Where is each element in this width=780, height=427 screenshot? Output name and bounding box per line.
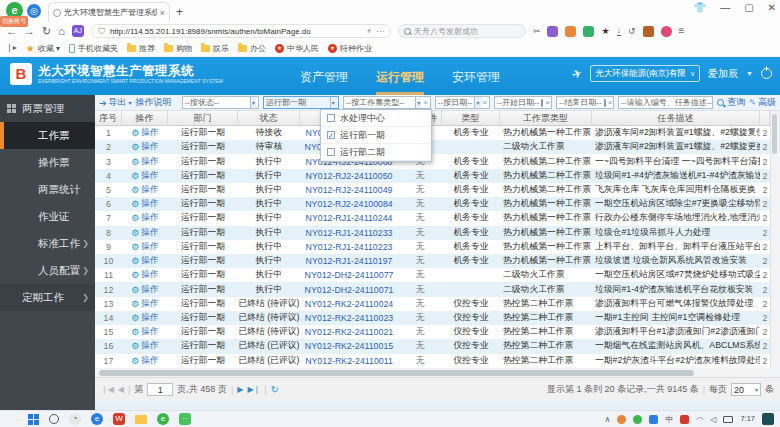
- dept-filter-select[interactable]: 运行部一期▾: [263, 96, 339, 109]
- bookmark-item[interactable]: ★中华人民: [275, 43, 319, 54]
- first-page-icon[interactable]: ❘◀: [101, 385, 114, 394]
- table-row[interactable]: 11⚙操作运行部一期执行中NY012-DH2-24110077无二级动火工作票一…: [95, 268, 770, 282]
- ticket-type-filter-select[interactable]: --按工作票类型--▾×: [343, 96, 431, 109]
- operate-cell[interactable]: ⚙操作: [122, 354, 168, 368]
- nav-tab-安环管理[interactable]: 安环管理: [452, 69, 500, 95]
- operate-link[interactable]: 操作: [141, 127, 159, 139]
- calendar-icon[interactable]: [604, 99, 606, 107]
- browser-search-box[interactable]: 天舟八号发射成功: [398, 24, 526, 38]
- operate-link[interactable]: 操作: [141, 312, 159, 324]
- maximize-button[interactable]: ▢: [744, 2, 753, 13]
- operate-link[interactable]: 操作: [141, 227, 159, 239]
- company-select[interactable]: 光大环保能源(南京)有限 ∨: [590, 65, 700, 82]
- operate-cell[interactable]: ⚙操作: [122, 282, 168, 296]
- clear-icon[interactable]: ×: [423, 98, 428, 107]
- horizontal-scrollbar[interactable]: [95, 368, 770, 377]
- column-header[interactable]: 部门: [168, 111, 238, 125]
- operate-link[interactable]: 操作: [141, 241, 159, 253]
- table-row[interactable]: 7⚙操作运行部一期执行中NY012-RJ1-24110244无机务专业热力机械第…: [95, 211, 770, 225]
- column-header[interactable]: 工作票类型: [500, 111, 592, 125]
- ticket-code-link[interactable]: NY012-RK2-24110021: [300, 325, 398, 339]
- export-button[interactable]: ➔ 导出 ▾: [99, 96, 132, 109]
- ext-purple-icon[interactable]: [547, 26, 558, 37]
- table-row[interactable]: 2⚙操作运行部一期待审核NY012-DH2-24110076无二级动火工作票渗沥…: [95, 140, 770, 154]
- last-page-icon[interactable]: ▶❘: [247, 385, 260, 394]
- table-row[interactable]: 17⚙操作运行部一期已终结 (已评议)NY012-RK2-24110011无仪控…: [95, 354, 770, 368]
- ticket-code-link[interactable]: NY012-RJ2-24100084: [300, 197, 398, 211]
- operate-link[interactable]: 操作: [141, 284, 159, 296]
- search-hotword[interactable]: 天舟八号发射成功: [414, 26, 478, 37]
- nav-tab-运行管理[interactable]: 运行管理: [376, 69, 424, 95]
- operate-cell[interactable]: ⚙操作: [122, 339, 168, 353]
- table-row[interactable]: 16⚙操作运行部一期已终结 (已评议)NY012-RK2-24110015无仪控…: [95, 339, 770, 353]
- operate-cell[interactable]: ⚙操作: [122, 211, 168, 225]
- advanced-button[interactable]: ✎ 高级: [749, 96, 776, 109]
- operate-link[interactable]: 操作: [141, 340, 159, 352]
- operate-cell[interactable]: ⚙操作: [122, 325, 168, 339]
- widgets-icon[interactable]: ◔: [69, 413, 81, 425]
- sidebar-item-人员配置[interactable]: 人员配置❯: [0, 257, 95, 284]
- table-row[interactable]: 1⚙操作运行部一期待接收NY012-RJ2-24110215无机务专业热力机械第…: [95, 126, 770, 140]
- clear-icon[interactable]: ×: [545, 98, 550, 107]
- tray-red-icon[interactable]: [680, 415, 689, 424]
- operate-cell[interactable]: ⚙操作: [122, 311, 168, 325]
- nav-tab-资产管理[interactable]: 资产管理: [300, 69, 348, 95]
- prev-page-icon[interactable]: ◀: [118, 385, 124, 394]
- bookmark-item[interactable]: 娱乐: [201, 43, 229, 54]
- help-link[interactable]: 操作说明: [136, 96, 172, 109]
- operate-link[interactable]: 操作: [141, 355, 159, 367]
- dropdown-option-运行部二期[interactable]: 运行部二期: [321, 144, 431, 161]
- clear-icon[interactable]: ×: [483, 98, 488, 107]
- refresh-icon[interactable]: ↻: [42, 26, 51, 37]
- page-number-input[interactable]: 1: [147, 383, 173, 396]
- ticket-code-link[interactable]: NY012-RJ1-24110197: [300, 254, 398, 268]
- history-icon[interactable]: ↺: [628, 27, 636, 36]
- operate-cell[interactable]: ⚙操作: [122, 140, 168, 154]
- table-row[interactable]: 12⚙操作运行部一期执行中NY012-DH2-24110071无二级动火工作票垃…: [95, 282, 770, 296]
- ticket-code-link[interactable]: NY012-RJ2-24110049: [300, 183, 398, 197]
- column-header[interactable]: 状态: [238, 111, 300, 125]
- wifi-icon[interactable]: ◠: [696, 415, 703, 424]
- taskbar-search-icon[interactable]: [49, 414, 59, 424]
- sidebar-item-工作票[interactable]: 工作票: [0, 122, 95, 149]
- clear-icon[interactable]: ×: [608, 98, 613, 107]
- username[interactable]: 爱加辰: [708, 67, 738, 81]
- skin-icon[interactable]: 👕: [694, 2, 706, 13]
- operate-cell[interactable]: ⚙操作: [122, 297, 168, 311]
- sidebar-item-标准工作[interactable]: 标准工作❯: [0, 230, 95, 257]
- sidebar-item-操作票[interactable]: 操作票: [0, 149, 95, 176]
- menu-icon[interactable]: ≡: [679, 26, 685, 36]
- bag-icon[interactable]: [643, 26, 654, 37]
- edge-browser-icon[interactable]: e: [91, 413, 103, 425]
- browser-360-icon[interactable]: e: [157, 413, 169, 425]
- bookmarks-expand-icon[interactable]: ❘▸: [6, 44, 17, 52]
- column-header[interactable]: 类型: [442, 111, 500, 125]
- home-icon[interactable]: ⌂: [58, 26, 65, 37]
- minimize-button[interactable]: —: [720, 2, 730, 13]
- back-icon[interactable]: ←: [6, 26, 17, 37]
- sidebar-item-两票管理[interactable]: 两票管理: [0, 95, 95, 122]
- extension-aj-icon[interactable]: AJ: [72, 25, 84, 37]
- battery-icon[interactable]: [723, 416, 733, 423]
- table-row[interactable]: 15⚙操作运行部一期已终结 (待评议)NY012-RK2-24110021无仪控…: [95, 325, 770, 339]
- ticket-code-link[interactable]: NY012-RK2-24110011: [300, 354, 398, 368]
- checkbox-unchecked-icon[interactable]: [327, 148, 335, 156]
- table-row[interactable]: 8⚙操作运行部一期执行中NY012-RJ1-24110233无机务专业热力机械第…: [95, 226, 770, 240]
- operate-link[interactable]: 操作: [141, 298, 159, 310]
- colorful-icon[interactable]: [661, 26, 672, 37]
- dropdown-option-水处理中心[interactable]: 水处理中心: [321, 110, 431, 127]
- table-row[interactable]: 9⚙操作运行部一期执行中NY012-RJ1-24110223无机务专业热力机械第…: [95, 240, 770, 254]
- table-row[interactable]: 4⚙操作运行部一期执行中NY012-RJ2-24110050无机务专业热力机械第…: [95, 169, 770, 183]
- wps-icon[interactable]: W: [113, 413, 125, 425]
- ticket-code-link[interactable]: NY012-RJ1-24110233: [300, 226, 398, 240]
- column-header[interactable]: 任务描述: [592, 111, 760, 125]
- next-page-icon[interactable]: ▶: [237, 385, 243, 394]
- tray-orange-icon[interactable]: [617, 415, 626, 424]
- url-bar[interactable]: 🛡 http://114.55.201.191:8989/snmis/authe…: [91, 24, 391, 38]
- start-button[interactable]: [28, 414, 39, 425]
- reload-icon[interactable]: ↻: [271, 384, 279, 395]
- operate-link[interactable]: 操作: [141, 212, 159, 224]
- notification-center-icon[interactable]: [762, 413, 774, 425]
- bookmark-item[interactable]: ★特种作业: [328, 43, 372, 54]
- sidebar-item-两票统计[interactable]: 两票统计: [0, 176, 95, 203]
